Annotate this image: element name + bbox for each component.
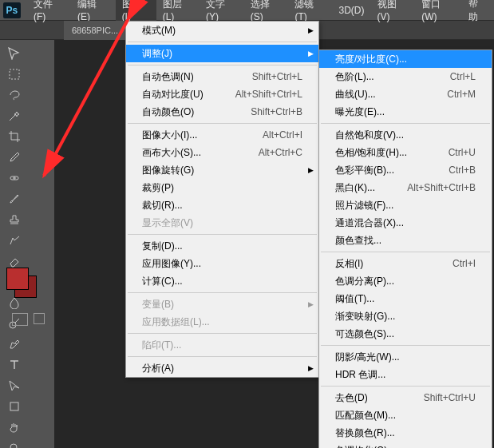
image-menu-item[interactable]: 自动色调(N)Shift+Ctrl+L: [126, 68, 318, 85]
adjust-menu-item[interactable]: 照片滤镜(F)...: [319, 196, 492, 214]
zoom-tool[interactable]: [3, 438, 26, 448]
svg-point-5: [10, 444, 17, 448]
menu-3[interactable]: 图层(L): [156, 0, 200, 21]
menu-item-shortcut: Ctrl+I: [453, 258, 476, 269]
image-menu-item[interactable]: 分析(A): [126, 359, 318, 377]
lasso-tool[interactable]: [3, 85, 26, 105]
foreground-color[interactable]: [6, 268, 29, 290]
brush-tool[interactable]: [3, 189, 26, 208]
image-menu-item[interactable]: 计算(C)...: [126, 272, 318, 290]
adjust-menu-item[interactable]: 阴影/高光(W)...: [319, 348, 492, 366]
image-menu-dropdown: 模式(M)调整(J)自动色调(N)Shift+Ctrl+L自动对比度(U)Alt…: [125, 21, 319, 378]
menu-1[interactable]: 编辑(E): [71, 0, 116, 21]
adjust-menu-item[interactable]: 色调分离(P)...: [319, 272, 492, 290]
menu-item-label: 匹配颜色(M)...: [335, 409, 476, 422]
adjust-menu-item[interactable]: 曝光度(E)...: [319, 103, 492, 121]
menu-separator: [128, 292, 317, 293]
adjust-menu-item[interactable]: 黑白(K)...Alt+Shift+Ctrl+B: [319, 179, 492, 196]
menu-item-label: 阴影/高光(W)...: [335, 351, 476, 364]
adjust-menu-item[interactable]: 去色(D)Shift+Ctrl+U: [319, 389, 492, 406]
stamp-tool[interactable]: [3, 210, 26, 229]
image-menu-item[interactable]: 自动对比度(U)Alt+Shift+Ctrl+L: [126, 85, 318, 103]
menu-separator: [321, 345, 490, 346]
shape-tool[interactable]: [3, 397, 26, 416]
adjust-menu-item[interactable]: 自然饱和度(V)...: [319, 126, 492, 144]
menu-5[interactable]: 选择(S): [244, 0, 289, 21]
hand-tool[interactable]: [3, 418, 26, 437]
image-menu-item[interactable]: 画布大小(S)...Alt+Ctrl+C: [126, 144, 318, 161]
heal-tool[interactable]: [3, 168, 26, 188]
menu-separator: [321, 386, 490, 387]
adjust-menu-item[interactable]: 通道混合器(X)...: [319, 214, 492, 232]
menu-item-label: 阈值(T)...: [335, 292, 476, 306]
adjust-menu-item[interactable]: 亮度/对比度(C)...: [319, 50, 492, 68]
adjust-menu-item[interactable]: 色阶(L)...Ctrl+L: [319, 68, 492, 85]
crop-tool[interactable]: [3, 127, 26, 146]
image-menu-item[interactable]: 调整(J): [126, 45, 318, 62]
menu-separator: [128, 333, 317, 334]
image-menu-item[interactable]: 模式(M): [126, 22, 318, 39]
menubar: Ps 文件(F)编辑(E)图像(I)图层(L)文字(Y)选择(S)滤镜(T)3D…: [0, 0, 494, 21]
adjust-menu-item[interactable]: 色相/饱和度(H)...Ctrl+U: [319, 144, 492, 161]
svg-rect-0: [10, 69, 19, 79]
menu-item-label: 分析(A): [142, 362, 302, 375]
image-menu-item[interactable]: 裁剪(P): [126, 179, 318, 196]
menu-item-label: 自动色调(N): [142, 70, 228, 84]
path-tool[interactable]: [3, 376, 26, 395]
menu-item-label: 画布大小(S)...: [142, 146, 235, 160]
menu-4[interactable]: 文字(Y): [200, 0, 244, 21]
color-swatches[interactable]: [6, 268, 38, 299]
move-tool[interactable]: [3, 44, 26, 63]
menu-item-label: 图像大小(I)...: [142, 129, 239, 142]
adjust-menu-item[interactable]: 曲线(U)...Ctrl+M: [319, 85, 492, 103]
menu-item-label: 色彩平衡(B)...: [335, 164, 425, 177]
document-tab[interactable]: 68658PIC...: [64, 21, 126, 40]
adjust-menu-item[interactable]: 可选颜色(S)...: [319, 325, 492, 343]
menu-item-label: 可选颜色(S)...: [335, 327, 476, 341]
menu-item-label: 照片滤镜(F)...: [335, 199, 476, 212]
menu-item-label: 色阶(L)...: [335, 70, 426, 84]
image-menu-item[interactable]: 图像旋转(G): [126, 161, 318, 179]
adjust-menu-item[interactable]: 颜色查找...: [319, 232, 492, 249]
marquee-tool[interactable]: [3, 65, 26, 84]
image-menu-item[interactable]: 图像大小(I)...Alt+Ctrl+I: [126, 126, 318, 144]
image-menu-item[interactable]: 复制(D)...: [126, 237, 318, 255]
image-menu-item[interactable]: 应用图像(Y)...: [126, 255, 318, 272]
menu-item-shortcut: Alt+Shift+Ctrl+L: [235, 89, 302, 100]
image-menu-item[interactable]: 裁切(R)...: [126, 196, 318, 214]
quick-mask-icon[interactable]: [12, 313, 28, 326]
menu-separator: [321, 252, 490, 252]
eyedropper-tool[interactable]: [3, 148, 26, 167]
menu-10[interactable]: 帮助: [462, 0, 494, 21]
adjust-menu-item[interactable]: 替换颜色(R)...: [319, 424, 492, 442]
menu-item-label: 替换颜色(R)...: [335, 426, 476, 440]
menu-6[interactable]: 滤镜(T): [288, 0, 332, 21]
menu-7[interactable]: 3D(D): [333, 0, 371, 21]
tools-panel: [1, 42, 50, 448]
menu-9[interactable]: 窗口(W): [415, 0, 462, 21]
adjust-menu-item[interactable]: 反相(I)Ctrl+I: [319, 255, 492, 272]
history-tool[interactable]: [3, 231, 26, 250]
adjust-menu-item[interactable]: 匹配颜色(M)...: [319, 406, 492, 424]
pen-tool[interactable]: [3, 335, 26, 354]
image-menu-item[interactable]: 自动颜色(O)Shift+Ctrl+B: [126, 103, 318, 121]
menu-2[interactable]: 图像(I): [116, 0, 156, 21]
adjust-menu-item[interactable]: 阈值(T)...: [319, 290, 492, 307]
type-tool[interactable]: [3, 355, 26, 375]
menu-0[interactable]: 文件(F): [27, 0, 71, 21]
menu-item-shortcut: Alt+Shift+Ctrl+B: [407, 182, 476, 193]
menu-item-shortcut: Alt+Ctrl+I: [263, 129, 302, 141]
adjust-menu-item[interactable]: HDR 色调...: [319, 366, 492, 383]
menu-item-shortcut: Ctrl+U: [449, 147, 476, 158]
screen-mode-icon[interactable]: [34, 313, 45, 324]
app-logo: Ps: [3, 2, 21, 18]
menu-item-label: 通道混合器(X)...: [335, 216, 476, 230]
adjust-menu-item[interactable]: 渐变映射(G)...: [319, 307, 492, 325]
adjust-menu-item[interactable]: 色彩平衡(B)...Ctrl+B: [319, 161, 492, 179]
menu-8[interactable]: 视图(V): [371, 0, 416, 21]
menu-item-label: 反相(I): [335, 257, 429, 271]
wand-tool[interactable]: [3, 106, 26, 125]
menu-item-label: 自动对比度(U): [142, 88, 211, 101]
adjust-menu-item[interactable]: 色调均化(Q)...: [319, 442, 492, 448]
image-menu-item: 显示全部(V): [126, 214, 318, 232]
